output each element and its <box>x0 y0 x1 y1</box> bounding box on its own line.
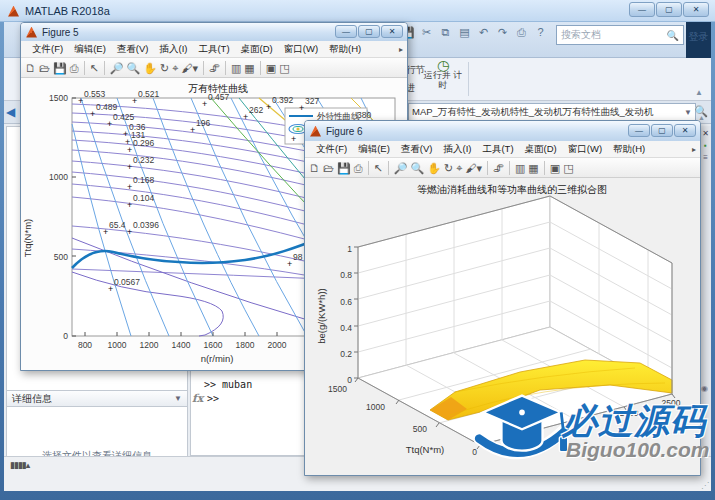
undock-figure-icon[interactable]: ◳ <box>279 60 289 76</box>
zoom-in-icon[interactable]: 🔎 <box>110 60 124 76</box>
scroll-indicator-icon[interactable]: ◉ <box>701 384 708 393</box>
zoom-out-icon[interactable]: 🔍 <box>127 60 141 76</box>
menu-overflow-icon[interactable]: ▸ <box>692 145 696 154</box>
menu-item-文件[interactable]: 文件(F) <box>27 42 68 57</box>
brush-icon[interactable]: 🖌▾ <box>465 160 482 176</box>
menu-item-查看[interactable]: 查看(V) <box>112 42 154 57</box>
figure6-menubar: 文件(F)编辑(E)查看(V)插入(I)工具(T)桌面(D)窗口(W)帮助(H)… <box>305 141 700 158</box>
menu-item-查看[interactable]: 查看(V) <box>396 142 438 157</box>
figure6-maximize-button[interactable]: ▢ <box>651 124 673 137</box>
details-panel-header[interactable]: 详细信息 ▼ <box>6 390 188 407</box>
menu-item-插入[interactable]: 插入(I) <box>438 142 476 157</box>
pan-icon[interactable]: ✋ <box>143 60 157 76</box>
panel-grip-icon[interactable]: ≡ <box>700 153 711 162</box>
command-history-line: >> muban <box>204 379 252 390</box>
search-icon[interactable]: 🔍 <box>667 30 679 41</box>
dock-figure-icon[interactable]: ▣ <box>550 160 560 176</box>
plot-text: 0 <box>63 331 68 341</box>
details-collapse-icon[interactable]: ▼ <box>174 394 182 403</box>
doc-search-box[interactable]: 搜索文档 🔍 <box>556 25 684 45</box>
contour-label-marker: + <box>127 200 132 210</box>
new-figure-icon[interactable]: 🗋 <box>309 160 320 176</box>
close-button[interactable]: ✕ <box>683 2 709 17</box>
print-figure-icon[interactable]: ⎙ <box>70 60 79 76</box>
minimized-panel-icon[interactable]: ▪ <box>700 141 711 150</box>
contour-label-marker: + <box>202 99 207 109</box>
rotate-3d-icon[interactable]: ↻ <box>160 60 169 76</box>
open-file-icon[interactable]: 🗁 <box>39 60 50 76</box>
plot-text: 0.6 <box>340 297 352 307</box>
menu-item-工具[interactable]: 工具(T) <box>193 42 234 57</box>
menu-item-窗口[interactable]: 窗口(W) <box>563 142 607 157</box>
edit-cursor-icon[interactable]: ↖ <box>90 60 99 76</box>
print-figure-icon[interactable]: ⎙ <box>354 160 363 176</box>
data-cursor-icon[interactable]: ⌖ <box>172 60 178 76</box>
insert-colorbar-icon[interactable]: ▥ <box>231 60 241 76</box>
menu-item-帮助[interactable]: 帮助(H) <box>324 42 366 57</box>
zoom-in-icon[interactable]: 🔎 <box>394 160 408 176</box>
close-panel-icon[interactable]: ✕ <box>700 129 711 138</box>
ribbon-separator <box>468 62 469 96</box>
figure5-title: Figure 5 <box>42 27 79 38</box>
brush-icon[interactable]: 🖌▾ <box>181 60 198 76</box>
resize-grip[interactable]: ⋰ <box>701 481 709 490</box>
main-titlebar[interactable]: MATLAB R2018a — ▢ ✕ <box>0 0 715 22</box>
insert-legend-icon[interactable]: ▦ <box>244 60 254 76</box>
figure6-minimize-button[interactable]: — <box>628 124 650 137</box>
plot-text: 2000 <box>268 340 287 350</box>
menu-item-帮助[interactable]: 帮助(H) <box>608 142 650 157</box>
print-icon[interactable]: ⎙ <box>514 26 529 39</box>
minimize-button[interactable]: — <box>629 2 655 17</box>
insert-legend-icon[interactable]: ▦ <box>528 160 538 176</box>
menu-item-桌面[interactable]: 桌面(D) <box>236 42 278 57</box>
figure5-titlebar[interactable]: Figure 5 — ▢ ✕ <box>21 23 407 41</box>
undock-figure-icon[interactable]: ◳ <box>563 160 573 176</box>
data-cursor-icon[interactable]: ⌖ <box>456 160 462 176</box>
dock-figure-icon[interactable]: ▣ <box>266 60 276 76</box>
pan-icon[interactable]: ✋ <box>427 160 441 176</box>
sign-in-button[interactable]: 登录 <box>686 22 711 58</box>
figure6-titlebar[interactable]: Figure 6 — ▢ ✕ <box>305 121 700 141</box>
save-figure-icon[interactable]: 💾 <box>53 60 67 76</box>
undo-icon[interactable]: ↶ <box>476 26 491 39</box>
menu-item-文件[interactable]: 文件(F) <box>311 142 352 157</box>
menu-item-工具[interactable]: 工具(T) <box>477 142 518 157</box>
link-plot-icon[interactable]: 🖇 <box>493 160 504 176</box>
menu-item-窗口[interactable]: 窗口(W) <box>279 42 323 57</box>
plot-text: 0.521 <box>138 89 160 99</box>
plot-text: 0.168 <box>133 175 155 185</box>
menu-item-插入[interactable]: 插入(I) <box>154 42 192 57</box>
insert-colorbar-icon[interactable]: ▥ <box>515 160 525 176</box>
menu-item-编辑[interactable]: 编辑(E) <box>353 142 395 157</box>
path-text: MAP_万有特性_发动机特性_发动机万有特性曲线_发动机 <box>412 106 653 119</box>
path-dropdown-icon[interactable]: ▼ <box>684 108 692 117</box>
zoom-out-icon[interactable]: 🔍 <box>411 160 425 176</box>
save-figure-icon[interactable]: 💾 <box>337 160 351 176</box>
figure5-close-button[interactable]: ✕ <box>381 25 403 38</box>
open-file-icon[interactable]: 🗁 <box>323 160 334 176</box>
new-figure-icon[interactable]: 🗋 <box>25 60 36 76</box>
figure5-minimize-button[interactable]: — <box>335 25 357 38</box>
current-folder-path[interactable]: MAP_万有特性_发动机特性_发动机万有特性曲线_发动机 ▼ <box>408 103 696 121</box>
collapse-ribbon-icon[interactable]: ▲ <box>695 88 703 97</box>
link-plot-icon[interactable]: 🖇 <box>209 60 220 76</box>
figure5-maximize-button[interactable]: ▢ <box>358 25 380 38</box>
copy-icon[interactable]: ⧉ <box>438 26 453 39</box>
plot-text: 0.392 <box>272 95 294 105</box>
redo-icon[interactable]: ↷ <box>495 26 510 39</box>
matlab-logo-icon <box>8 6 19 17</box>
maximize-button[interactable]: ▢ <box>656 2 682 17</box>
rotate-3d-icon[interactable]: ↻ <box>444 160 453 176</box>
paste-icon[interactable]: ▤ <box>457 26 472 39</box>
edit-cursor-icon[interactable]: ↖ <box>374 160 383 176</box>
help-icon[interactable]: ? <box>533 26 548 39</box>
run-and-time-button[interactable]: ◷ 运行并 计时 <box>422 60 464 90</box>
menu-item-编辑[interactable]: 编辑(E) <box>69 42 111 57</box>
menu-overflow-icon[interactable]: ▸ <box>399 45 403 54</box>
cut-icon[interactable]: ✂ <box>419 26 434 39</box>
command-prompt[interactable]: >> <box>207 393 219 404</box>
back-arrow-icon[interactable]: ◀ <box>6 105 15 119</box>
plot-text: 0.4 <box>340 323 352 333</box>
figure6-close-button[interactable]: ✕ <box>674 124 696 137</box>
menu-item-桌面[interactable]: 桌面(D) <box>520 142 562 157</box>
